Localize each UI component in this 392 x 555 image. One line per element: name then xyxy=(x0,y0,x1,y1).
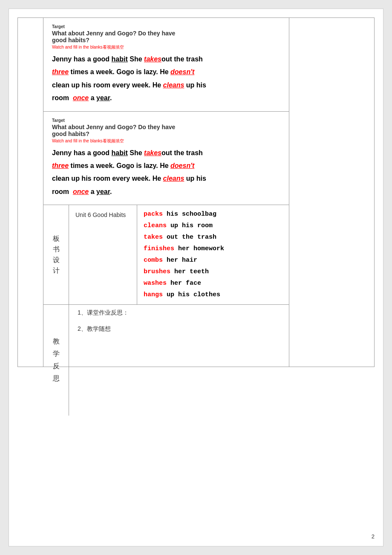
word-year-1: year xyxy=(96,94,110,101)
word-cleans-2: cleans xyxy=(163,175,184,182)
board-unit-title: Unit 6 Good Habits xyxy=(75,209,126,218)
board-char-1: 板 xyxy=(53,234,60,243)
board-char-2: 书 xyxy=(53,245,60,254)
board-char-3: 设 xyxy=(53,256,60,265)
vocab-combs: combs her hair xyxy=(144,255,282,266)
vocab-hangs: hangs up his clothes xyxy=(144,290,282,300)
word-takes-1: takes xyxy=(144,55,161,63)
left-border xyxy=(17,17,43,367)
right-panel xyxy=(289,17,375,367)
reflection-label-column: 教 学 反 思 xyxy=(43,305,69,416)
vocab-brushes: brushes her teeth xyxy=(144,267,282,277)
target-instruction-1: Watch and fill in the blanks看视频填空 xyxy=(52,44,280,50)
reflection-char-4: 思 xyxy=(53,374,60,383)
reflection-item-1: 1、课堂作业反思： xyxy=(78,309,280,317)
vocab-finishes: finishes her homework xyxy=(144,244,282,254)
word-takes-2: takes xyxy=(144,149,161,156)
reflection-section: 教 学 反 思 1、课堂作业反思： 2、教学随想 xyxy=(43,305,289,416)
word-once-1: once xyxy=(73,94,89,101)
board-char-4: 计 xyxy=(53,266,60,275)
reflection-char-2: 学 xyxy=(53,350,60,358)
target-section-1: Target What about Jenny and Gogo? Do the… xyxy=(43,18,289,112)
reflection-char-1: 教 xyxy=(53,337,60,346)
vocab-packs: packs his schoolbag xyxy=(144,209,282,220)
word-once-2: once xyxy=(73,188,89,195)
reflection-item-2: 2、教学随想 xyxy=(78,325,280,333)
word-doesnt-1: doesn't xyxy=(170,68,194,75)
word-habit-2: habit xyxy=(112,149,128,156)
reflection-content: 1、课堂作业反思： 2、教学随想 xyxy=(69,305,289,416)
word-three-1: three xyxy=(52,68,69,75)
word-cleans-1: cleans xyxy=(163,81,184,89)
vocab-washes: washes her face xyxy=(144,278,282,289)
target-question-2: What about Jenny and Gogo? Do they have … xyxy=(52,124,280,137)
board-section: 板 书 设 计 Unit 6 Good Habits packs his sch… xyxy=(43,205,289,305)
vocab-takes: takes out the trash xyxy=(144,232,282,243)
main-content: Target What about Jenny and Gogo? Do the… xyxy=(17,17,375,367)
page-number: 2 xyxy=(372,533,375,540)
target-label-1: Target xyxy=(52,24,280,29)
reflection-char-3: 反 xyxy=(53,362,60,371)
page: Target What about Jenny and Gogo? Do the… xyxy=(9,9,383,546)
word-three-2: three xyxy=(52,162,69,169)
target-question-1: What about Jenny and Gogo? Do they have … xyxy=(52,30,280,43)
board-label-column: 板 书 设 计 xyxy=(43,205,69,304)
target-label-2: Target xyxy=(52,118,280,123)
vocab-cleans: cleans up his room xyxy=(144,221,282,231)
word-habit-1: habit xyxy=(112,55,128,63)
target-body-2: Jenny has a good habit She takesout the … xyxy=(52,147,280,199)
center-panel: Target What about Jenny and Gogo? Do the… xyxy=(43,17,289,367)
word-year-2: year xyxy=(96,188,110,195)
target-body-1: Jenny has a good habit She takesout the … xyxy=(52,53,280,105)
board-vocab-column: packs his schoolbag cleans up his room t… xyxy=(137,205,289,304)
target-instruction-2: Watch and fill in the blanks看视频填空 xyxy=(52,138,280,144)
board-unit-column: Unit 6 Good Habits xyxy=(69,205,137,304)
target-section-2: Target What about Jenny and Gogo? Do the… xyxy=(43,112,289,205)
word-doesnt-2: doesn't xyxy=(170,162,194,169)
